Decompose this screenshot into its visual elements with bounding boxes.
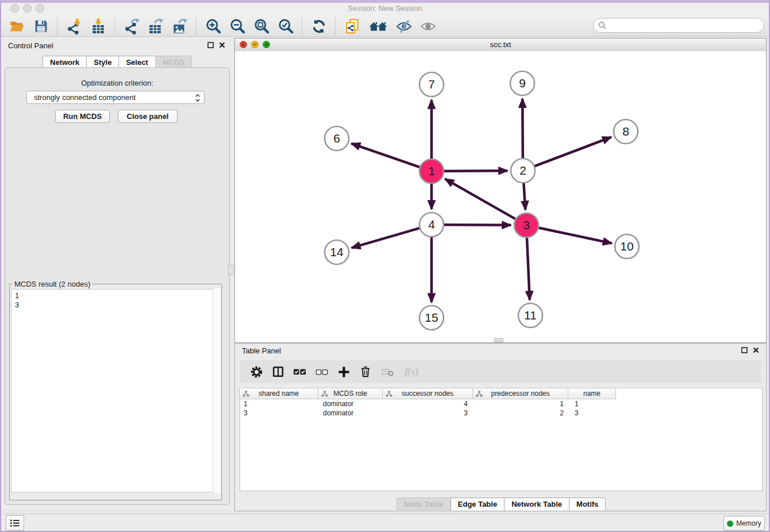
cell: dominator	[319, 399, 384, 408]
search-input[interactable]	[593, 18, 764, 33]
float-panel-icon[interactable]	[207, 42, 214, 48]
node-1[interactable]: 1	[419, 159, 444, 183]
toolbar-separator	[114, 18, 116, 35]
session-title: Session: New Session	[0, 4, 770, 13]
control-panel-title: Control Panel	[8, 41, 53, 50]
edge-3-11[interactable]	[527, 238, 530, 300]
table-icon	[93, 25, 103, 33]
zoom-selected-button[interactable]	[277, 18, 294, 35]
delete-table-button[interactable]	[380, 364, 395, 379]
node-2[interactable]: 2	[511, 159, 535, 183]
hide-selected-button[interactable]	[395, 18, 413, 35]
main-titlebar: Session: New Session	[0, 0, 770, 16]
column-header-successor-nodes[interactable]: successor nodes	[382, 388, 473, 399]
fx-icon: f(x)	[405, 366, 418, 377]
edge-1-6[interactable]	[352, 144, 420, 167]
zoom-fit-button[interactable]	[253, 18, 270, 35]
tab-network-table[interactable]: Network Table	[504, 498, 569, 511]
edge-3-1[interactable]	[445, 179, 515, 219]
cell: 1	[475, 399, 571, 408]
node-7[interactable]: 7	[419, 72, 444, 97]
show-all-networks-button[interactable]	[368, 18, 388, 35]
mcds-result-group: MCDS result (2 nodes) 13	[9, 280, 222, 500]
network-window-titlebar[interactable]: scc.txt	[235, 38, 766, 52]
horizontal-splitter-handle[interactable]	[494, 338, 503, 342]
eye-slash-icon	[395, 19, 413, 34]
node-6[interactable]: 6	[325, 126, 349, 151]
tab-edge-table[interactable]: Edge Table	[451, 498, 505, 511]
mcds-result-list[interactable]: 13	[11, 289, 220, 492]
tab-motifs[interactable]: Motifs	[569, 498, 606, 511]
column-header-predecessor-nodes[interactable]: predecessor nodes	[472, 388, 568, 399]
edge-1-2[interactable]	[444, 171, 507, 171]
column-header-name[interactable]: name	[568, 388, 616, 399]
node-11[interactable]: 11	[518, 303, 542, 327]
float-panel-icon[interactable]	[741, 347, 748, 353]
node-8[interactable]: 8	[614, 119, 638, 144]
control-panel: Control Panel NetworkStyleSelectMCDS Opt…	[1, 38, 233, 509]
node-14[interactable]: 14	[325, 240, 349, 264]
edge-2-3[interactable]	[523, 183, 525, 210]
close-panel-icon[interactable]	[219, 42, 225, 48]
result-scrollbar[interactable]	[213, 288, 221, 493]
edge-3-10[interactable]	[539, 228, 612, 244]
edge-2-9[interactable]	[522, 99, 523, 158]
edge-4-14[interactable]	[352, 228, 419, 248]
split-columns-icon	[272, 365, 284, 378]
show-hidden-button[interactable]	[419, 18, 437, 35]
tab-node-table[interactable]: Node Table	[396, 498, 451, 511]
export-table-button[interactable]	[147, 18, 164, 35]
import-table-button[interactable]	[90, 18, 107, 35]
column-header-shared-name[interactable]: shared name	[239, 388, 318, 399]
column-header-mcds-role[interactable]: MCDS role	[318, 388, 383, 399]
split-columns-button[interactable]	[271, 364, 286, 379]
node-9[interactable]: 9	[510, 71, 534, 95]
save-session-button[interactable]	[32, 18, 49, 35]
dropdown-value: strongly connected component	[34, 93, 136, 102]
open-folder-icon	[9, 18, 25, 34]
close-panel-button[interactable]: Close panel	[118, 110, 178, 123]
save-icon	[34, 19, 48, 33]
column-settings-button[interactable]	[249, 364, 264, 379]
unchecked-boxes-icon	[315, 365, 329, 379]
cell: 2	[475, 408, 571, 418]
duplicate-network-button[interactable]	[344, 18, 361, 35]
svg-text:14: 14	[330, 245, 344, 259]
import-network-button[interactable]	[66, 18, 83, 35]
optimization-dropdown[interactable]: strongly connected component	[26, 91, 205, 104]
memory-button[interactable]: Memory	[723, 516, 765, 531]
import-arrow-icon	[95, 18, 102, 25]
export-image-button[interactable]	[171, 18, 188, 35]
unselect-all-columns-button[interactable]	[314, 364, 329, 379]
open-session-button[interactable]	[8, 18, 25, 35]
node-4[interactable]: 4	[419, 213, 444, 237]
table-row[interactable]: 3dominator323	[240, 408, 619, 418]
optimization-label: Optimization criterion:	[1, 79, 233, 87]
cell: 4	[384, 399, 475, 408]
export-network-button[interactable]	[123, 18, 140, 35]
apply-function-button[interactable]: f(x)	[402, 364, 421, 379]
table-row[interactable]: 1dominator411	[240, 399, 619, 408]
delete-columns-button[interactable]	[358, 364, 373, 379]
node-3[interactable]: 3	[514, 213, 538, 237]
task-history-button[interactable]	[6, 515, 24, 531]
cell: 3	[384, 408, 475, 418]
vertical-splitter-handle[interactable]	[228, 265, 234, 275]
add-column-button[interactable]	[336, 364, 351, 379]
edge-2-8[interactable]	[535, 137, 611, 167]
close-panel-icon[interactable]	[753, 347, 759, 353]
svg-text:7: 7	[428, 78, 435, 91]
node-10[interactable]: 10	[615, 234, 639, 259]
zoom-in-button[interactable]	[205, 18, 222, 35]
run-mcds-button[interactable]: Run MCDS	[55, 110, 110, 123]
status-bar: Memory	[0, 514, 770, 532]
node-15[interactable]: 15	[419, 306, 444, 330]
refresh-layout-button[interactable]	[310, 18, 328, 35]
edge-4-3[interactable]	[444, 225, 511, 225]
zoom-out-button[interactable]	[229, 18, 246, 35]
select-all-columns-button[interactable]	[292, 364, 307, 379]
network-canvas[interactable]: 7968124314101511	[235, 51, 766, 342]
home-icon	[368, 19, 388, 34]
svg-text:15: 15	[425, 311, 438, 324]
toolbar-separator	[196, 18, 197, 35]
